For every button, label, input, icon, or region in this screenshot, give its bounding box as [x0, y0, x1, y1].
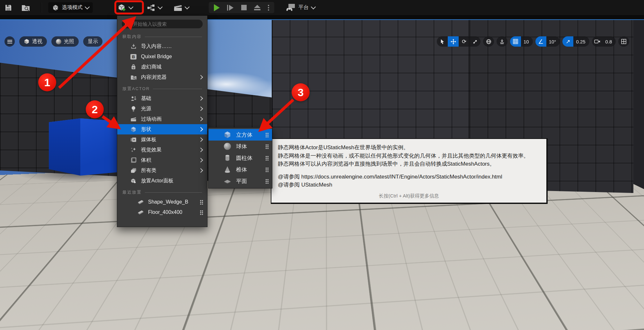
- camera-speed-button[interactable]: [592, 36, 603, 47]
- chevron-right-icon: [198, 168, 203, 173]
- show-flags-button[interactable]: 显示: [83, 36, 102, 47]
- annotation-step-3: 3: [292, 83, 310, 101]
- section-get-content: 获取内容: [117, 30, 207, 41]
- section-place-actor: 放置ACTOR: [117, 82, 207, 93]
- frame-skip-button[interactable]: [224, 3, 236, 13]
- play-button[interactable]: [211, 3, 223, 13]
- menu-item-volumes[interactable]: 体积: [117, 155, 207, 165]
- kebab-menu-icon: [268, 5, 269, 11]
- scale-tool-button[interactable]: [470, 36, 481, 47]
- move-icon: [451, 39, 456, 44]
- tooltip-line: 静态网格体是一种没有动画，或不能以任何其他形式变化的几何体，并且比其他类型的几何…: [278, 152, 540, 160]
- grid-snap-value[interactable]: 10: [521, 36, 533, 47]
- eject-icon: [254, 5, 260, 10]
- cinematics-button[interactable]: [173, 0, 189, 15]
- viewport-layout-button[interactable]: [618, 36, 629, 47]
- menu-item-marketplace[interactable]: u 虚幻商城: [117, 62, 207, 72]
- chevron-right-icon: [198, 106, 203, 111]
- drag-handle-icon[interactable]: [265, 179, 269, 184]
- play-options-button[interactable]: [265, 3, 272, 13]
- perspective-button[interactable]: 透视: [19, 36, 47, 47]
- menu-item-import-content[interactable]: 导入内容……: [117, 41, 207, 51]
- submenu-item-cylinder[interactable]: 圆柱体: [208, 152, 272, 164]
- chevron-down-icon: [158, 5, 163, 10]
- menu-item-shapes[interactable]: 形状: [117, 124, 207, 134]
- drag-handle-icon[interactable]: [265, 156, 269, 160]
- rotate-tool-button[interactable]: ⟳: [459, 36, 470, 47]
- angle-icon: ∠: [538, 39, 543, 45]
- rotate-icon: ⟳: [462, 39, 466, 44]
- rotation-snap-value[interactable]: 10°: [546, 36, 560, 47]
- cylinder-icon: [223, 154, 232, 162]
- quick-add-menu: 获取内容 导入内容…… B Quixel Bridge u 虚幻商城 内容浏览器…: [117, 15, 207, 227]
- marketplace-icon: u: [130, 64, 137, 70]
- drag-handle-icon[interactable]: [265, 144, 269, 149]
- y-axis-label: Y: [6, 311, 10, 316]
- content-drawer-button[interactable]: [21, 0, 30, 15]
- lit-mode-button[interactable]: 光照: [51, 36, 79, 47]
- menu-item-lights[interactable]: 光源: [117, 104, 207, 114]
- submenu-item-cube[interactable]: 立方体: [208, 129, 272, 141]
- menu-item-basic[interactable]: 基础: [117, 93, 207, 104]
- stop-button[interactable]: [238, 3, 250, 13]
- viewport-options-button[interactable]: [4, 36, 15, 47]
- editor-mode-dropdown[interactable]: 选项模式: [48, 2, 93, 13]
- save-button[interactable]: [4, 0, 12, 15]
- grid-snap-pill: 10: [510, 36, 533, 47]
- hamburger-icon: [7, 40, 12, 43]
- layout-grid-icon: [621, 39, 626, 44]
- scale-snap-value[interactable]: 0.25: [573, 36, 589, 47]
- platforms-dropdown[interactable]: 平台: [286, 0, 315, 15]
- select-tool-button[interactable]: [437, 36, 448, 47]
- submenu-item-cone[interactable]: 椎体: [208, 164, 272, 175]
- chevron-right-icon: [198, 75, 203, 79]
- section-recently-placed: 最近放置: [117, 186, 207, 197]
- drag-handle-icon[interactable]: [200, 200, 203, 205]
- cube-icon: [223, 131, 232, 139]
- menu-item-quixel-bridge[interactable]: B Quixel Bridge: [117, 51, 207, 62]
- grid-snap-button[interactable]: [510, 36, 521, 47]
- menu-item-all-classes[interactable]: 所有类: [117, 165, 207, 176]
- blueprints-button[interactable]: [147, 0, 162, 15]
- all-classes-icon: [130, 167, 137, 174]
- mode-label: 选项模式: [62, 4, 83, 11]
- transform-tools-group: ⟳: [437, 36, 481, 47]
- submenu-item-plane[interactable]: 平面: [208, 175, 272, 187]
- menu-item-content-browser[interactable]: 内容浏览器: [117, 72, 207, 82]
- viewport-layout-pill: [618, 36, 629, 47]
- play-controls: [209, 2, 274, 13]
- menu-item-visual-effects[interactable]: 视觉效果: [117, 145, 207, 155]
- menu-item-cinematic[interactable]: 过场动画: [117, 114, 207, 124]
- place-actor-panel-icon: [130, 178, 137, 184]
- drag-handle-icon[interactable]: [265, 167, 269, 172]
- menu-item-shape-wedge[interactable]: Shape_Wedge_B: [117, 197, 207, 207]
- drag-handle-icon[interactable]: [200, 210, 203, 215]
- rotation-snap-button[interactable]: ∠: [535, 36, 546, 47]
- menu-item-floor-400[interactable]: Floor_400x400: [117, 207, 207, 217]
- wedge-icon: [137, 209, 144, 216]
- folder-search-icon: [21, 4, 30, 12]
- camera-speed-value[interactable]: 0.8: [603, 36, 616, 47]
- surface-snapping-button[interactable]: [497, 36, 507, 47]
- menu-item-place-actor-panel[interactable]: 放置Actor面板: [117, 176, 207, 186]
- submenu-item-sphere[interactable]: 球体: [208, 141, 272, 152]
- scale-snap-button[interactable]: ↗: [562, 36, 573, 47]
- tooltip-see-also: @请参阅 UStaticMesh: [278, 181, 540, 189]
- menu-item-media-plate[interactable]: 媒体板: [117, 134, 207, 145]
- world-coordinate-button[interactable]: [483, 36, 494, 47]
- blueprints-icon: [147, 4, 155, 12]
- surface-snap-pill: [497, 36, 507, 47]
- chevron-right-icon: [198, 127, 203, 132]
- menu-search[interactable]: [122, 20, 203, 28]
- eject-button[interactable]: [251, 3, 263, 13]
- save-icon: [4, 4, 12, 12]
- cinematics-icon: [130, 116, 137, 123]
- platform-label: 平台: [298, 4, 309, 11]
- search-input[interactable]: [132, 21, 199, 27]
- import-icon: [130, 43, 137, 50]
- move-tool-button[interactable]: [448, 36, 459, 47]
- sphere-icon: [223, 142, 232, 151]
- drag-handle-icon[interactable]: [265, 133, 269, 137]
- z-axis-label: Z: [19, 298, 22, 305]
- static-mesh-tooltip: 静态网格体Actor是UStaticMesh在世界场景中的实例。 静态网格体是一…: [271, 138, 548, 204]
